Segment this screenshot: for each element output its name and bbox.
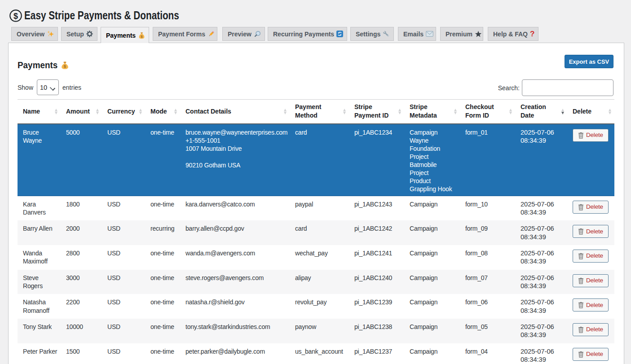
svg-text:$: $ bbox=[141, 35, 143, 39]
svg-text:$: $ bbox=[64, 64, 66, 69]
svg-text:$: $ bbox=[13, 11, 18, 20]
